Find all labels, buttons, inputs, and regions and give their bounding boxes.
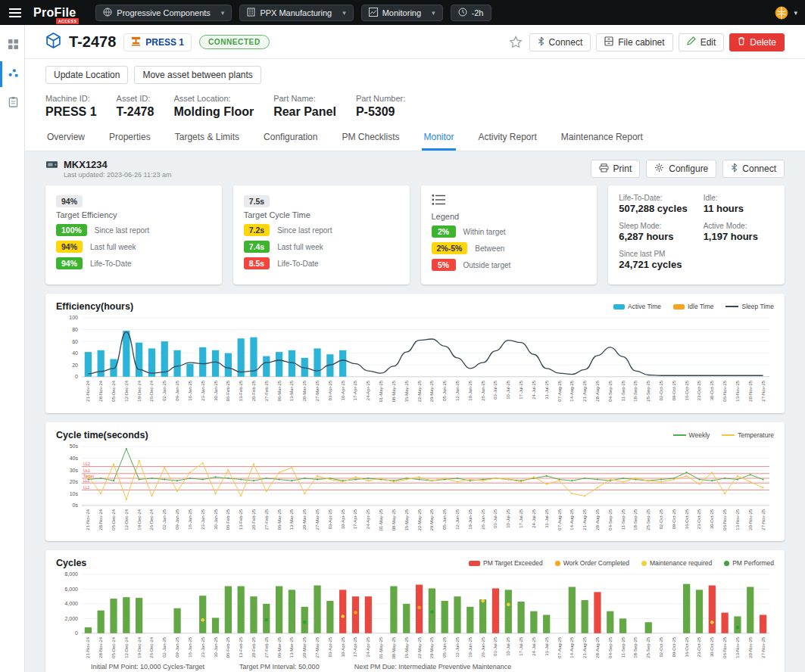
svg-text:15-May-25: 15-May-25 [404,509,409,530]
time-offset-chip[interactable]: -2h [451,5,491,21]
totals-card: Life-To-Date:507,288 cyclesSleep Mode:6,… [608,185,785,285]
tab-monitor[interactable]: Monitor [422,128,455,151]
pm-next-due: Next PM Due: Intermediate Preventive Mai… [354,662,512,672]
move-asset-button[interactable]: Move asset between plants [134,66,261,84]
globe-icon [103,8,112,18]
sidebar-item-apps[interactable] [0,33,24,58]
plant-selector-dropdown[interactable]: PPX Manufacturing ▾ [239,5,353,21]
company-selector-dropdown[interactable]: Progressive Components ▾ [95,5,232,21]
svg-text:20-Feb-25: 20-Feb-25 [251,380,256,401]
favorite-star-icon[interactable] [507,34,524,51]
svg-text:11-Sep-25: 11-Sep-25 [621,509,626,530]
svg-text:08-May-25: 08-May-25 [392,637,396,659]
sidebar-item-monitoring[interactable] [0,61,24,87]
list-icon [432,195,447,208]
file-cabinet-button[interactable]: File cabinet [596,33,672,51]
tab-activity-report[interactable]: Activity Report [477,128,538,151]
svg-text:21-Nov-24: 21-Nov-24 [86,637,90,659]
svg-text:14-Aug-25: 14-Aug-25 [569,637,574,659]
legend-item-weekly: Weekly [673,431,710,439]
stat-row-between: 2%-5%Between [432,242,587,254]
svg-text:13-Feb-25: 13-Feb-25 [239,380,243,401]
stat-pair-life-to-date: Life-To-Date:507,288 cycles [619,194,689,214]
svg-text:24-Apr-25: 24-Apr-25 [366,509,370,529]
efficiency-chart-title: Efficiency(hours) [56,301,133,312]
svg-text:13-Feb-25: 13-Feb-25 [239,637,243,658]
topbar: ProFile ACCESS Progressive Components ▾ … [0,0,805,25]
svg-text:05-Jun-25: 05-Jun-25 [442,380,447,401]
svg-text:30-Jan-25: 30-Jan-25 [214,380,218,401]
svg-text:27-Feb-25: 27-Feb-25 [264,637,269,658]
efficiency-chart-legend: Active TimeIdle TimeSleep Time [601,303,774,310]
asset-header: T-2478 PRESS 1 CONNECTED Connect [25,25,805,151]
svg-text:05-Jun-25: 05-Jun-25 [442,637,447,658]
stat-row-since-last-report: 7.2sSince last report [244,224,399,236]
svg-text:28-Nov-24: 28-Nov-24 [98,380,103,402]
svg-text:03-Apr-25: 03-Apr-25 [328,380,332,400]
svg-text:30-Jan-25: 30-Jan-25 [214,509,218,530]
legend-card-title: Legend [432,212,587,221]
row-label: Last full week [277,243,323,251]
svg-text:13-Mar-25: 13-Mar-25 [289,637,294,658]
configure-button[interactable]: Configure [646,160,716,178]
stat-row-life-to-date: 8.5sLife-To-Date [244,257,399,269]
svg-text:26-Dec-24: 26-Dec-24 [149,509,154,530]
scatter-icon [8,67,19,82]
sidebar-item-reports[interactable] [0,90,24,116]
svg-text:06-Nov-25: 06-Nov-25 [722,509,727,530]
cycle-time-chart-title: Cycle time(seconds) [56,430,148,440]
tab-targets-limits[interactable]: Targets & Limits [173,128,241,151]
connect-button[interactable]: Connect [529,33,591,51]
svg-text:30-Jan-25: 30-Jan-25 [214,637,218,658]
monitor-connect-button[interactable]: Connect [722,160,785,178]
row-label: Since last report [95,226,149,235]
svg-text:21-Aug-25: 21-Aug-25 [582,637,587,659]
legend-swatch [469,561,480,566]
tab-configuration[interactable]: Configuration [262,128,319,151]
logo-access-badge: ACCESS [56,18,79,24]
edit-button[interactable]: Edit [679,33,725,51]
status-badge: CONNECTED [199,35,270,49]
print-button-label: Print [613,163,632,174]
tab-properties[interactable]: Properties [108,128,152,151]
legend-item-sleep-time: Sleep Time [725,303,774,310]
svg-text:01-May-25: 01-May-25 [379,380,383,402]
svg-text:13-Nov-25: 13-Nov-25 [735,637,740,659]
tab-pm-checklists[interactable]: PM Checklists [340,128,401,151]
svg-text:28-Aug-25: 28-Aug-25 [595,380,600,402]
app-logo[interactable]: ProFile ACCESS [33,6,76,20]
svg-text:18-Sep-25: 18-Sep-25 [633,380,638,402]
svg-text:06-Feb-25: 06-Feb-25 [226,637,230,658]
tab-maintenance-report[interactable]: Maintenance Report [560,128,644,151]
svg-text:07-Aug-25: 07-Aug-25 [557,509,562,530]
machine-chip-label: PRESS 1 [145,37,184,48]
svg-text:6,000: 6,000 [65,586,79,592]
menu-icon[interactable] [8,7,23,19]
cycle-time-chart-card: Cycle time(seconds) WeeklyTemperature 0s… [45,422,785,542]
svg-text:02-Jan-25: 02-Jan-25 [162,637,167,658]
svg-text:27-Nov-25: 27-Nov-25 [761,380,766,402]
svg-text:28-Nov-24: 28-Nov-24 [98,509,103,530]
print-button[interactable]: Print [591,160,641,178]
svg-text:0: 0 [75,374,78,379]
machine-chip[interactable]: PRESS 1 [123,33,192,51]
svg-text:80: 80 [72,327,78,332]
time-offset-label: -2h [472,8,484,17]
update-location-button[interactable]: Update Location [45,66,128,84]
svg-text:20-Feb-25: 20-Feb-25 [251,509,256,530]
svg-text:20-Mar-25: 20-Mar-25 [302,637,307,658]
chevron-down-icon[interactable]: ▾ [794,9,797,17]
svg-text:20-Feb-25: 20-Feb-25 [251,637,256,658]
monitor-connect-button-label: Connect [742,163,776,174]
svg-text:24-Jul-25: 24-Jul-25 [532,637,536,657]
tab-overview[interactable]: Overview [45,128,86,151]
monitoring-mode-dropdown[interactable]: Monitoring ▾ [361,5,443,21]
svg-text:20s: 20s [70,479,79,484]
printer-icon [599,163,609,175]
delete-button[interactable]: Delete [729,33,785,51]
svg-text:30-Oct-25: 30-Oct-25 [710,637,714,658]
svg-text:07-Aug-25: 07-Aug-25 [557,380,562,402]
svg-text:23-Oct-25: 23-Oct-25 [697,380,701,400]
user-globe-icon[interactable] [773,5,790,21]
efficiency-chart-card: Efficiency(hours) Active TimeIdle TimeSl… [45,294,785,413]
